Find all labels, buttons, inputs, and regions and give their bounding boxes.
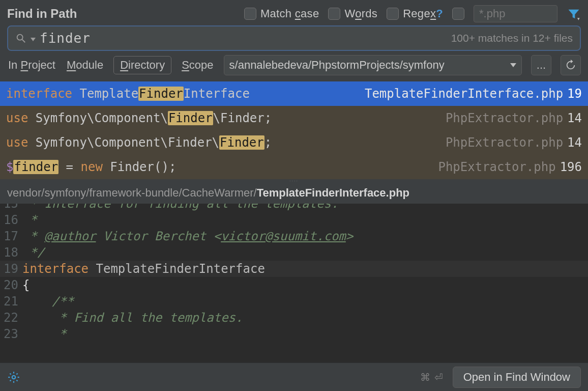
code-text: * Interface for finding all the template… [22, 204, 588, 211]
result-text: use Symfony\Component\Finder\Finder; [6, 135, 272, 150]
result-text: use Symfony\Component\Finder\Finder; [6, 111, 272, 125]
code-line: 15 * Interface for finding all the templ… [0, 204, 588, 212]
line-number: 19 [0, 262, 22, 276]
breadcrumb-prefix: vendor/symfony/framework-bundle/CacheWar… [7, 186, 257, 199]
svg-line-12 [10, 380, 11, 381]
checkbox-icon [244, 8, 256, 20]
words-option[interactable]: Words [328, 7, 377, 20]
scope-tab-directory[interactable]: Directory [113, 56, 171, 74]
code-text: { [22, 278, 588, 292]
refresh-button[interactable] [561, 55, 581, 75]
open-in-find-window-button[interactable]: Open in Find Window [453, 367, 581, 388]
result-location: TemplateFinderInterface.php [365, 87, 563, 101]
code-text: /** [22, 294, 588, 309]
checkbox-icon [387, 8, 399, 20]
regex-option[interactable]: Regex? [387, 7, 443, 20]
result-line: 196 [560, 160, 582, 174]
code-text: * Find all the templates. [22, 311, 588, 325]
result-line: 14 [567, 111, 582, 125]
code-text: * [22, 213, 588, 227]
result-text: $finder = new Finder(); [6, 160, 176, 174]
svg-marker-4 [571, 60, 573, 63]
result-line: 14 [567, 135, 582, 150]
preview-breadcrumb: vendor/symfony/framework-bundle/CacheWar… [0, 182, 588, 204]
code-line: 23 * [0, 326, 588, 342]
result-location: PhpExtractor.php [446, 111, 563, 125]
line-number: 17 [0, 229, 22, 243]
result-row[interactable]: use Symfony\Component\Finder\Finder;PhpE… [0, 130, 588, 155]
chevron-down-icon [510, 63, 516, 67]
scope-row: In Project Module Directory Scope s/anna… [0, 55, 588, 81]
code-line: 21 /** [0, 293, 588, 310]
match-count-label: 100+ matches in 12+ files [451, 32, 573, 44]
search-icon [15, 33, 26, 44]
footer-bar: ⌘ ⏎ Open in Find Window [0, 362, 588, 391]
line-number: 15 [0, 204, 22, 211]
result-text: interface TemplateFinderInterface [6, 87, 250, 101]
checkbox-icon [328, 8, 340, 20]
result-row[interactable]: $finder = new Finder();PhpExtractor.php1… [0, 155, 588, 179]
regex-help-icon[interactable]: ? [436, 7, 443, 20]
line-number: 18 [0, 245, 22, 260]
code-text: * [22, 327, 588, 341]
code-preview[interactable]: 15 * Interface for finding all the templ… [0, 204, 588, 362]
result-location: PhpExtractor.php [438, 160, 555, 174]
scope-tab-project[interactable]: In Project [7, 57, 56, 74]
code-line: 22 * Find all the templates. [0, 310, 588, 326]
code-text: interface TemplateFinderInterface [22, 262, 588, 276]
dialog-title: Find in Path [7, 7, 77, 21]
regex-label: Regex? [403, 7, 443, 20]
shortcut-hint: ⌘ ⏎ [420, 371, 444, 383]
result-row[interactable]: use Symfony\Component\Finder\Finder;PhpE… [0, 106, 588, 130]
match-case-label: Match case [260, 7, 319, 20]
breadcrumb-file: TemplateFinderInterface.php [257, 186, 409, 199]
result-line: 19 [567, 87, 582, 101]
search-field[interactable]: finder 100+ matches in 12+ files [7, 25, 581, 51]
line-number: 20 [0, 278, 22, 292]
filter-icon[interactable] [567, 7, 581, 21]
code-text: */ [22, 245, 588, 260]
code-line: 17 * @author Victor Berchet <victor@suum… [0, 228, 588, 244]
search-input[interactable]: finder [40, 31, 447, 46]
result-row[interactable]: interface TemplateFinderInterfaceTemplat… [0, 81, 588, 106]
file-mask-input[interactable]: *.php [474, 5, 557, 22]
checkbox-icon [452, 8, 464, 20]
code-line: 16 * [0, 212, 588, 228]
file-mask-placeholder: *.php [479, 7, 505, 20]
svg-line-11 [16, 380, 17, 381]
svg-marker-0 [577, 18, 580, 20]
scope-tab-module[interactable]: Module [66, 57, 104, 74]
svg-point-1 [17, 35, 23, 40]
code-line: 19interface TemplateFinderInterface [0, 261, 588, 277]
words-label: Words [344, 7, 377, 20]
line-number: 22 [0, 311, 22, 325]
gear-icon[interactable] [7, 371, 20, 384]
directory-path-combo[interactable]: s/annalebedeva/PhpstormProjects/symfony [224, 55, 522, 75]
search-history-caret[interactable] [31, 32, 36, 45]
svg-line-10 [10, 373, 11, 374]
directory-path-text: s/annalebedeva/PhpstormProjects/symfony [229, 59, 506, 72]
match-case-option[interactable]: Match case [244, 7, 319, 20]
results-list: interface TemplateFinderInterfaceTemplat… [0, 81, 588, 179]
svg-line-13 [16, 373, 17, 374]
result-location: PhpExtractor.php [446, 135, 563, 150]
svg-point-5 [12, 375, 16, 379]
svg-line-2 [22, 40, 25, 43]
line-number: 21 [0, 294, 22, 309]
header-bar: Find in Path Match case Words Regex? *.p… [0, 0, 588, 25]
code-line: 20{ [0, 277, 588, 293]
scope-tab-scope[interactable]: Scope [181, 57, 214, 74]
code-text: * @author Victor Berchet <victor@suumit.… [22, 229, 588, 243]
browse-directory-button[interactable]: ... [531, 55, 551, 75]
line-number: 16 [0, 213, 22, 227]
code-line: 18 */ [0, 244, 588, 261]
file-mask-option[interactable] [452, 8, 464, 20]
line-number: 23 [0, 327, 22, 341]
svg-marker-3 [31, 38, 36, 41]
